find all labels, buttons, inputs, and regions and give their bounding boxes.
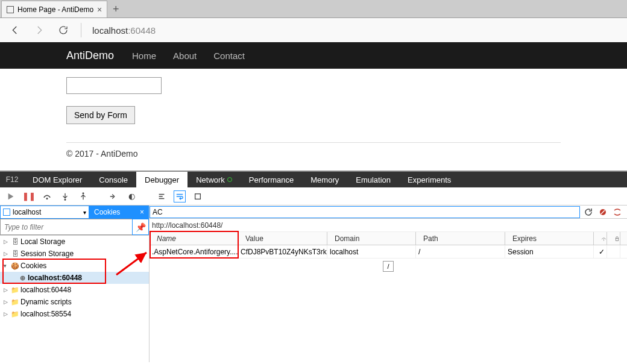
- cell-secure: [607, 245, 620, 258]
- footer-divider: [66, 142, 561, 143]
- tab-dom-explorer[interactable]: DOM Explorer: [24, 172, 90, 187]
- caret-icon: ▷: [4, 311, 10, 317]
- cell-name: .AspNetCore.Antiforgery....: [150, 245, 238, 258]
- tree-label: localhost:60448: [28, 274, 82, 282]
- delete-session-icon[interactable]: [613, 207, 622, 217]
- send-by-form-button[interactable]: Send by Form: [66, 106, 135, 124]
- cookie-icon: 🍪: [11, 262, 19, 270]
- form-text-input[interactable]: [66, 77, 162, 94]
- cell-domain: localhost: [327, 245, 416, 258]
- tree-local-storage[interactable]: ▷ 🗄 Local Storage: [0, 236, 149, 248]
- address-port: :60448: [128, 25, 156, 36]
- cookies-grid-header: Name Value Domain Path Expires: [150, 232, 627, 245]
- f12-label: F12: [0, 172, 24, 187]
- folder-icon: 📁: [11, 286, 19, 294]
- address-bar[interactable]: localhost:60448: [92, 25, 156, 36]
- cell-httponly: ✓: [594, 245, 607, 258]
- tab-performance[interactable]: Performance: [241, 172, 302, 187]
- col-expires-header[interactable]: Expires: [505, 232, 594, 245]
- tree-host-58554[interactable]: ▷ 📁 localhost:58554: [0, 308, 149, 320]
- caret-icon: ▷: [4, 239, 10, 245]
- refresh-button[interactable]: [57, 24, 70, 37]
- svg-point-0: [46, 198, 48, 199]
- tab-network-label: Network: [196, 175, 225, 184]
- svg-point-1: [65, 199, 66, 200]
- tab-experiments[interactable]: Experiments: [399, 172, 459, 187]
- word-wrap-button[interactable]: [174, 190, 186, 202]
- close-panel-icon[interactable]: ×: [140, 208, 144, 216]
- svg-point-2: [83, 192, 84, 193]
- exceptions-button[interactable]: ◐: [125, 190, 137, 202]
- cookie-row[interactable]: .AspNetCore.Antiforgery.... CfDJ8PvBT10Z…: [150, 245, 627, 259]
- break-new-worker-button[interactable]: [107, 190, 119, 202]
- annotation-arrow: [113, 248, 156, 278]
- footer-cell: /: [383, 261, 394, 272]
- filter-input[interactable]: [0, 219, 132, 235]
- tab-memory[interactable]: Memory: [302, 172, 347, 187]
- svg-rect-5: [616, 238, 619, 240]
- col-httponly-header[interactable]: [594, 232, 607, 245]
- cookies-filter-input[interactable]: [150, 206, 580, 218]
- pretty-print-button[interactable]: [156, 190, 168, 202]
- caret-icon: ▷: [4, 299, 10, 305]
- cookies-url-row: http://localhost:60448/: [150, 219, 627, 232]
- tree-label: localhost:60448: [20, 286, 71, 294]
- side-panel-label: Cookies: [94, 208, 120, 216]
- refresh-cookies-icon[interactable]: [584, 207, 593, 217]
- debugger-left-column: localhost ▾ Cookies × 📌 ▷ 🗄 Local Storag…: [0, 206, 150, 362]
- brand-label: AntiDemo: [66, 49, 114, 62]
- tab-console[interactable]: Console: [90, 172, 136, 187]
- grid-footer-row: /: [150, 259, 627, 272]
- step-into-button[interactable]: [59, 190, 71, 202]
- database-icon: 🗄: [11, 250, 19, 257]
- nav-about[interactable]: About: [173, 51, 197, 61]
- close-tab-icon[interactable]: ×: [97, 5, 102, 14]
- page-icon: [7, 6, 14, 13]
- folder-icon: 📁: [11, 310, 19, 318]
- caret-icon: ▷: [4, 251, 10, 257]
- col-value-header[interactable]: Value: [238, 232, 327, 245]
- browser-tab[interactable]: Home Page - AntiDemo ×: [1, 1, 107, 17]
- debugger-right-column: http://localhost:60448/ Name Value Domai…: [150, 206, 627, 362]
- svg-rect-3: [195, 193, 201, 199]
- forward-button[interactable]: [33, 24, 46, 37]
- script-selector[interactable]: localhost ▾: [0, 206, 89, 219]
- tree-label: Cookies: [20, 262, 46, 270]
- col-path-header[interactable]: Path: [416, 232, 505, 245]
- col-name-header[interactable]: Name: [150, 232, 238, 245]
- just-my-code-button[interactable]: [192, 190, 204, 202]
- svg-line-6: [116, 253, 147, 275]
- cell-expires: Session: [505, 245, 594, 258]
- pause-button[interactable]: ❚❚: [23, 190, 35, 202]
- continue-button[interactable]: [5, 190, 17, 202]
- col-domain-header[interactable]: Domain: [327, 232, 416, 245]
- new-tab-button[interactable]: +: [107, 1, 124, 17]
- tab-debugger[interactable]: Debugger: [136, 172, 187, 187]
- pin-button[interactable]: 📌: [132, 219, 149, 235]
- folder-icon: 📁: [11, 298, 19, 306]
- network-recording-icon: [227, 177, 232, 182]
- debugger-toolbar: ❚❚ ◐: [0, 187, 627, 206]
- tab-title: Home Page - AntiDemo: [17, 5, 93, 14]
- tree-dynamic-scripts[interactable]: ▷ 📁 Dynamic scripts: [0, 296, 149, 308]
- col-secure-header[interactable]: [607, 232, 620, 245]
- tab-network[interactable]: Network: [187, 172, 241, 187]
- site-navbar: AntiDemo Home About Contact: [0, 42, 627, 69]
- cell-value: CfDJ8PvBT10Z4yNKsT3rk...: [238, 245, 327, 258]
- tab-emulation[interactable]: Emulation: [347, 172, 399, 187]
- nav-home[interactable]: Home: [132, 51, 156, 61]
- delete-cookie-icon[interactable]: [598, 207, 608, 217]
- tree-label: Dynamic scripts: [20, 298, 72, 306]
- step-over-button[interactable]: [41, 190, 53, 202]
- step-out-button[interactable]: [77, 190, 89, 202]
- nav-contact[interactable]: Contact: [213, 51, 245, 61]
- tree-host-60448[interactable]: ▷ 📁 localhost:60448: [0, 284, 149, 296]
- side-panel-tab-cookies[interactable]: Cookies ×: [89, 206, 149, 219]
- chevron-down-icon: ▾: [83, 209, 86, 216]
- database-icon: 🗄: [11, 238, 19, 245]
- back-button[interactable]: [8, 24, 22, 37]
- caret-down-icon: ▾: [4, 263, 10, 269]
- separator: [81, 23, 81, 37]
- browser-nav-bar: localhost:60448: [0, 18, 627, 42]
- doc-icon: [3, 209, 10, 216]
